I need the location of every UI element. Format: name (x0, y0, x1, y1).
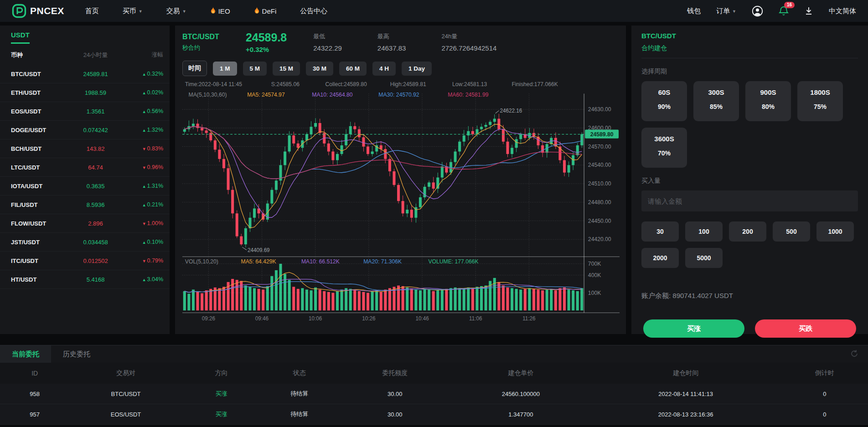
pair-row-JST/USDT[interactable]: JST/USDT0.034458▲0.10% (0, 233, 170, 252)
nav-item-公告中心[interactable]: 公告中心 (300, 7, 327, 15)
nav-item-买币[interactable]: 买币▼ (123, 7, 143, 15)
amount-chip-2000[interactable]: 2000 (641, 248, 679, 268)
amount-chip-30[interactable]: 30 (641, 221, 679, 242)
pair-row-BTC/USDT[interactable]: BTC/USDT24589.81▲0.32% (0, 65, 170, 83)
svg-text:S:24585.06: S:24585.06 (271, 81, 300, 87)
amount-chip-200[interactable]: 200 (729, 221, 766, 242)
period-card-900S[interactable]: 900S80% (745, 81, 791, 121)
order-cell: BTC/USDT (69, 391, 182, 397)
amount-input[interactable] (641, 190, 858, 211)
order-row-958[interactable]: 958BTC/USDT买涨待结算30.0024560.1000002022-08… (0, 384, 868, 404)
download-button[interactable] (804, 6, 813, 16)
order-cell: 2022-08-13 23:16:36 (590, 411, 781, 418)
candlestick-chart[interactable]: 24630.0024600.0024570.0024540.0024510.00… (182, 79, 620, 331)
order-cell: 957 (0, 411, 69, 418)
nav-item-首页[interactable]: 首页 (85, 7, 99, 15)
pair-row-HT/USDT[interactable]: HT/USDT5.4168▲3.04% (0, 270, 170, 289)
orders-col-建仓时间: 建仓时间 (590, 369, 781, 377)
notifications-button[interactable]: 16 (779, 5, 789, 16)
timeframe-5m[interactable]: 5 M (243, 62, 267, 76)
arrow-down-icon: ▼ (142, 259, 146, 263)
svg-text:100K: 100K (588, 289, 601, 296)
wallet-link[interactable]: 钱包 (687, 7, 701, 15)
language-selector[interactable]: 中文简体 (829, 7, 856, 15)
pair-row-ETH/USDT[interactable]: ETH/USDT1988.59▲0.02% (0, 83, 170, 102)
stat-value: 24637.83 (377, 44, 406, 52)
order-cell: 2022-08-14 11:41:13 (590, 391, 781, 397)
amount-chip-100[interactable]: 100 (685, 221, 723, 242)
period-card-3600S[interactable]: 3600S70% (641, 128, 687, 168)
svg-text:24450.00: 24450.00 (588, 217, 611, 224)
tab-usdt[interactable]: USDT (11, 31, 30, 44)
pair-row-EOS/USDT[interactable]: EOS/USDT1.3561▲0.56% (0, 102, 170, 121)
arrow-up-icon: ▲ (142, 91, 146, 95)
nav-item-交易[interactable]: 交易▼ (166, 7, 186, 15)
timeframe-label: 时间 (182, 61, 207, 76)
pair-change: ▲0.32% (120, 71, 163, 77)
svg-text:Low:24581.13: Low:24581.13 (452, 81, 487, 87)
pair-price: 24589.81 (72, 71, 120, 77)
period-card-60S[interactable]: 60S90% (641, 81, 687, 121)
buy-up-button[interactable]: 买涨 (643, 319, 744, 338)
svg-text:09:26: 09:26 (202, 315, 216, 321)
orders-table-header: ID交易对方向状态委托额度建仓单价建仓时间倒计时 (0, 363, 868, 384)
period-card-1800S[interactable]: 1800S75% (797, 81, 843, 121)
order-row-957[interactable]: 957EOS/USDT买涨待结算30.001.3477002022-08-13 … (0, 404, 868, 425)
chart-header: BTC/USDT 秒合约 24589.8 +0.32% 最低24322.29最高… (182, 31, 620, 53)
svg-text:MA5: 24574.97: MA5: 24574.97 (247, 91, 285, 98)
pair-row-FIL/USDT[interactable]: FIL/USDT8.5936▲0.21% (0, 195, 170, 214)
refresh-button[interactable] (850, 349, 859, 360)
pair-row-LTC/USDT[interactable]: LTC/USDT64.74▼0.96% (0, 158, 170, 177)
period-percent: 70% (641, 149, 687, 157)
pair-change: ▲0.56% (120, 108, 163, 114)
market-sidebar: USDT 币种 24小时量 涨幅 BTC/USDT24589.81▲0.32%E… (0, 26, 170, 334)
order-cell: 买涨 (182, 390, 260, 398)
period-card-300S[interactable]: 300S85% (693, 81, 739, 121)
pair-row-ITC/USDT[interactable]: ITC/USDT0.012502▼0.79% (0, 252, 170, 270)
svg-text:Finished:177.066K: Finished:177.066K (512, 81, 558, 87)
pair-row-IOTA/USDT[interactable]: IOTA/USDT0.3635▲1.31% (0, 177, 170, 195)
pair-row-FLOW/USDT[interactable]: FLOW/USDT2.896▼1.00% (0, 214, 170, 233)
nav-item-IEO[interactable]: IEO (210, 7, 230, 15)
timeframe-4h[interactable]: 4 H (372, 62, 396, 76)
pair-row-BCH/USDT[interactable]: BCH/USDT143.82▼0.83% (0, 139, 170, 158)
pair-symbol: DOGE/USDT (11, 127, 72, 134)
stat-label: 最高 (377, 32, 406, 41)
orders-tab-当前委托[interactable]: 当前委托 (0, 345, 51, 363)
timeframe-15m[interactable]: 15 M (273, 62, 300, 76)
orders-tab-历史委托[interactable]: 历史委托 (51, 345, 102, 363)
pair-price: 1.3561 (72, 108, 120, 115)
chevron-down-icon: ▼ (732, 9, 736, 14)
account-button[interactable] (752, 5, 763, 17)
amount-chip-1000[interactable]: 1000 (816, 221, 854, 242)
main-nav: 首页买币▼交易▼IEODeFi公告中心 (85, 7, 687, 15)
orders-table-body: 958BTC/USDT买涨待结算30.0024560.1000002022-08… (0, 384, 868, 425)
brand-logo[interactable]: PNCEX (12, 4, 64, 18)
amount-chips: 30100200500100020005000 (641, 221, 858, 268)
chart-area: 24630.0024600.0024570.0024540.0024510.00… (182, 79, 620, 331)
period-label: 选择周期 (641, 67, 858, 76)
nav-item-DeFi[interactable]: DeFi (254, 7, 277, 15)
download-icon (804, 6, 813, 16)
arrow-up-icon: ▲ (142, 203, 146, 207)
orders-tabs: 当前委托历史委托 (0, 345, 868, 363)
pair-row-DOGE/USDT[interactable]: DOGE/USDT0.074242▲1.32% (0, 121, 170, 139)
buy-down-button[interactable]: 买跌 (755, 319, 856, 338)
col-symbol: 币种 (11, 51, 72, 59)
svg-text:MA60: 24581.99: MA60: 24581.99 (448, 91, 488, 98)
arrow-down-icon: ▼ (142, 147, 146, 151)
svg-text:11:06: 11:06 (469, 315, 482, 321)
nav-right: 钱包 订单 ▼ 16 中文简体 (687, 5, 856, 17)
period-seconds: 300S (693, 88, 739, 96)
amount-chip-500[interactable]: 500 (773, 221, 810, 242)
last-price: 24589.8 (246, 31, 287, 44)
market-pair-list: BTC/USDT24589.81▲0.32%ETH/USDT1988.59▲0.… (0, 65, 170, 289)
timeframe-60m[interactable]: 60 M (339, 62, 367, 76)
timeframe-1m[interactable]: 1 M (213, 62, 237, 76)
orders-menu[interactable]: 订单 ▼ (716, 7, 736, 15)
timeframe-30m[interactable]: 30 M (306, 62, 333, 76)
amount-chip-5000[interactable]: 5000 (685, 248, 723, 268)
svg-text:24420.00: 24420.00 (588, 236, 611, 242)
trade-buttons: 买涨 买跌 (641, 319, 858, 338)
timeframe-1day[interactable]: 1 Day (402, 62, 432, 76)
